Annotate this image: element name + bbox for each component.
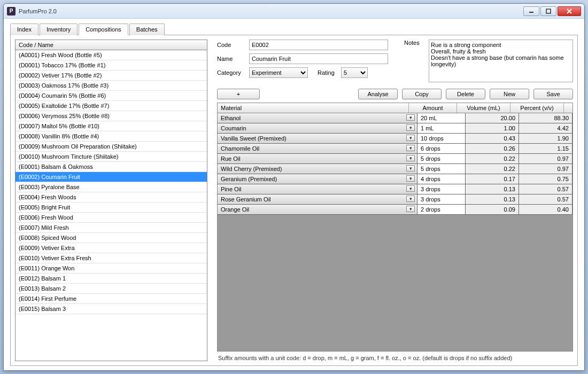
amount-cell[interactable]: 3 drops <box>417 184 466 194</box>
list-item[interactable]: (D0006) Verymoss 25% (Bottle #8) <box>16 111 207 121</box>
grid-row: Ethanol20 mL20.0088.30 <box>218 113 572 123</box>
list-item[interactable]: (E0007) Mild Fresh <box>16 223 207 233</box>
maximize-button[interactable] <box>540 6 556 16</box>
percent-cell: 4.42 <box>519 123 572 133</box>
percent-cell: 0.97 <box>519 164 572 174</box>
grid-row: Rose Geranium Oil3 drops0.130.57 <box>218 194 572 205</box>
new-button[interactable]: New <box>490 89 529 99</box>
grid-row: Pine Oil3 drops0.130.57 <box>218 184 572 194</box>
svg-rect-1 <box>546 9 551 13</box>
name-input[interactable] <box>249 53 388 64</box>
amount-cell[interactable]: 5 drops <box>417 154 466 163</box>
amount-cell[interactable]: 3 drops <box>417 194 466 204</box>
grid-row: Geranium (Premixed)4 drops0.170.75 <box>218 174 572 184</box>
amount-cell[interactable]: 2 drops <box>417 205 466 214</box>
category-label: Category <box>217 69 249 76</box>
volume-cell: 0.09 <box>466 205 519 214</box>
material-cell[interactable]: Geranium (Premixed) <box>218 174 417 184</box>
grid-row: Rue Oil5 drops0.220.97 <box>218 154 572 164</box>
list-item[interactable]: (E0014) First Perfume <box>16 294 207 304</box>
amount-cell[interactable]: 1 mL <box>417 123 466 133</box>
list-item[interactable]: (E0012) Balsam 1 <box>16 274 207 284</box>
material-cell[interactable]: Chamomile Oil <box>218 144 417 153</box>
grid-header: Material Amount Volume (mL) Percent (v/v… <box>218 103 572 113</box>
list-item[interactable]: (D0003) Oakmoss 17% (Bottle #3) <box>16 81 207 91</box>
volume-cell: 0.26 <box>466 144 519 153</box>
save-button[interactable]: Save <box>533 89 573 99</box>
analyse-button[interactable]: Analyse <box>358 89 398 99</box>
list-item[interactable]: (E0002) Coumarin Fruit <box>16 172 207 182</box>
volume-cell: 0.13 <box>466 184 519 194</box>
material-cell[interactable]: Wild Cherry (Premixed) <box>218 164 417 174</box>
tab-batches[interactable]: Batches <box>129 24 165 35</box>
rating-label: Rating <box>318 69 341 76</box>
list-item[interactable]: (D0004) Coumarin 5% (Bottle #6) <box>16 91 207 101</box>
percent-cell: 0.57 <box>519 184 572 194</box>
list-header[interactable]: Code / Name <box>15 40 207 50</box>
list-item[interactable]: (E0006) Fresh Wood <box>16 213 207 223</box>
tab-inventory[interactable]: Inventory <box>40 24 78 35</box>
percent-cell: 1.90 <box>519 134 572 143</box>
list-item[interactable]: (E0010) Vetiver Extra Fresh <box>16 253 207 263</box>
tab-compositions[interactable]: Compositions <box>79 24 128 35</box>
list-item[interactable]: (D0007) Maltol 5% (Bottle #10) <box>16 121 207 131</box>
amount-cell[interactable]: 10 drops <box>417 134 466 143</box>
list-item[interactable]: (D0010) Mushroom Tincture (Shiitake) <box>16 152 207 162</box>
material-cell[interactable]: Rose Geranium Oil <box>218 194 417 204</box>
tab-strip: IndexInventoryCompositionsBatches <box>10 23 578 35</box>
list-item[interactable]: (D0001) Tobacco 17% (Bottle #1) <box>16 60 207 71</box>
list-item[interactable]: (E0009) Vetiver Extra <box>16 243 207 253</box>
amount-cell[interactable]: 6 drops <box>417 144 466 153</box>
category-select[interactable]: Experiment <box>249 67 308 78</box>
notes-textarea[interactable] <box>429 40 573 82</box>
composition-list[interactable]: (A0001) Fresh Wood (Bottle #5)(D0001) To… <box>15 50 207 361</box>
col-percent[interactable]: Percent (v/v) <box>510 103 564 113</box>
grid-row: Chamomile Oil6 drops0.261.15 <box>218 144 572 154</box>
list-item[interactable]: (E0003) Pyralone Base <box>16 182 207 192</box>
tab-body: Code / Name (A0001) Fresh Wood (Bottle #… <box>10 35 578 366</box>
list-item[interactable]: (A0001) Fresh Wood (Bottle #5) <box>16 50 207 60</box>
list-item[interactable]: (E0015) Balsam 3 <box>16 304 207 314</box>
material-cell[interactable]: Pine Oil <box>218 184 417 194</box>
delete-button[interactable]: Delete <box>446 89 485 99</box>
amount-cell[interactable]: 5 drops <box>417 164 466 174</box>
app-icon: P <box>7 7 16 15</box>
amount-cell[interactable]: 4 drops <box>417 174 466 184</box>
name-label: Name <box>217 56 249 62</box>
notes-label: Notes <box>404 40 424 82</box>
material-cell[interactable]: Rue Oil <box>218 154 417 163</box>
list-item[interactable]: (E0008) Spiced Wood <box>16 233 207 243</box>
list-item[interactable]: (D0008) Vanillin 8% (Bottle #4) <box>16 131 207 142</box>
list-item[interactable]: (D0002) Vetiver 17% (Bottle #2) <box>16 71 207 81</box>
list-item[interactable]: (D0009) Mushroom Oil Preparation (Shiita… <box>16 142 207 152</box>
col-amount[interactable]: Amount <box>409 103 457 113</box>
volume-cell: 0.17 <box>466 174 519 184</box>
copy-button[interactable]: Copy <box>402 89 442 99</box>
volume-cell: 0.13 <box>466 194 519 204</box>
col-material[interactable]: Material <box>218 103 409 113</box>
list-item[interactable]: (D0005) Exaltolide 17% (Bottle #7) <box>16 101 207 111</box>
add-row-button[interactable]: + <box>217 89 260 99</box>
tab-index[interactable]: Index <box>10 24 38 35</box>
list-item[interactable]: (E0013) Balsam 2 <box>16 284 207 294</box>
amount-cell[interactable]: 20 mL <box>417 113 466 123</box>
grid-row: Vanilla Sweet (Premixed)10 drops0.431.90 <box>218 134 572 144</box>
code-label: Code <box>217 42 249 48</box>
list-item[interactable]: (E0001) Balsam & Oakmoss <box>16 162 207 172</box>
percent-cell: 0.57 <box>519 194 572 204</box>
list-item[interactable]: (E0004) Fresh Woods <box>16 192 207 202</box>
material-cell[interactable]: Orange Oil <box>218 205 417 214</box>
close-button[interactable] <box>558 6 581 16</box>
rating-select[interactable]: 5 <box>341 67 368 78</box>
list-item[interactable]: (E0005) Bright Fruit <box>16 202 207 213</box>
code-input[interactable] <box>249 40 388 50</box>
volume-cell: 1.00 <box>466 123 519 133</box>
col-volume[interactable]: Volume (mL) <box>457 103 510 113</box>
percent-cell: 0.97 <box>519 154 572 163</box>
material-cell[interactable]: Vanilla Sweet (Premixed) <box>218 134 417 143</box>
percent-cell: 88.30 <box>519 113 572 123</box>
material-cell[interactable]: Ethanol <box>218 113 417 123</box>
minimize-button[interactable] <box>523 6 539 16</box>
list-item[interactable]: (E0011) Orange Won <box>16 263 207 274</box>
material-cell[interactable]: Coumarin <box>218 123 417 133</box>
